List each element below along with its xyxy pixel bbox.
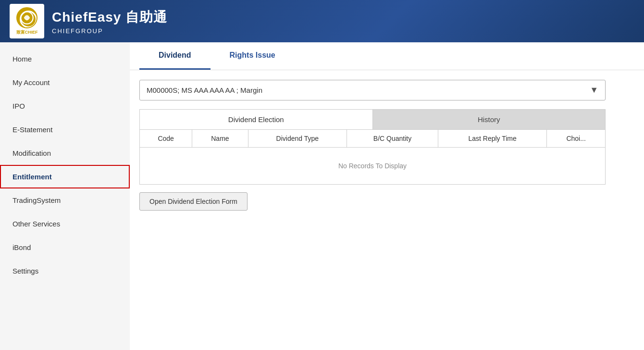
open-dividend-election-form-button[interactable]: Open Dividend Election Form	[139, 192, 248, 211]
app-name: ChiefEasy 自助通	[52, 8, 167, 26]
top-tabs: DividendRights Issue	[130, 42, 644, 70]
logo-box: 致富CHIEF	[10, 4, 44, 38]
main-layout: HomeMy AccountIPOE-StatementModification…	[0, 42, 644, 350]
col-header-code: Code	[140, 130, 192, 148]
no-records-cell: No Records To Display	[140, 148, 606, 185]
sidebar-item-trading-system[interactable]: TradingSystem	[0, 188, 130, 212]
no-records-row: No Records To Display	[140, 148, 606, 185]
col-header-choi---: Choi...	[547, 130, 606, 148]
table-header-row: CodeNameDividend TypeB/C QuantityLast Re…	[140, 130, 606, 148]
svg-point-1	[21, 12, 33, 24]
sidebar-item-my-account[interactable]: My Account	[0, 71, 130, 94]
content-area: DividendRights Issue M00000S; MS AAA AAA…	[130, 42, 644, 350]
sidebar-item-entitlement[interactable]: Entitlement	[0, 165, 130, 188]
inner-tabs: Dividend ElectionHistory	[139, 109, 606, 129]
col-header-dividend-type: Dividend Type	[248, 130, 347, 148]
dropdown-arrow-icon: ▼	[590, 85, 598, 95]
inner-tab-history[interactable]: History	[373, 110, 606, 129]
content-body: M00000S; MS AAA AAA AA ; Margin ▼ Divide…	[130, 70, 644, 350]
app-header: 致富CHIEF ChiefEasy 自助通 CHIEFGROUP	[0, 0, 644, 42]
sidebar-item-settings[interactable]: Settings	[0, 259, 130, 283]
top-tab-dividend[interactable]: Dividend	[139, 42, 211, 70]
dividend-table: CodeNameDividend TypeB/C QuantityLast Re…	[139, 129, 606, 185]
header-title-block: ChiefEasy 自助通 CHIEFGROUP	[52, 8, 167, 35]
logo-text: 致富CHIEF	[16, 29, 38, 36]
top-tab-rights-issue[interactable]: Rights Issue	[211, 42, 295, 70]
account-dropdown-value: M00000S; MS AAA AAA AA ; Margin	[147, 86, 262, 94]
svg-point-0	[18, 9, 36, 26]
company-name: CHIEFGROUP	[52, 27, 167, 35]
inner-tab-dividend-election[interactable]: Dividend Election	[140, 110, 373, 129]
sidebar-item-home[interactable]: Home	[0, 47, 130, 71]
sidebar-item-other-services[interactable]: Other Services	[0, 212, 130, 236]
col-header-b-c-quantity: B/C Quantity	[347, 130, 438, 148]
sidebar: HomeMy AccountIPOE-StatementModification…	[0, 42, 130, 350]
col-header-name: Name	[192, 130, 248, 148]
sidebar-item-ipo[interactable]: IPO	[0, 94, 130, 118]
account-dropdown[interactable]: M00000S; MS AAA AAA AA ; Margin ▼	[139, 80, 606, 100]
sidebar-item-e-statement[interactable]: E-Statement	[0, 118, 130, 141]
sidebar-item-modification[interactable]: Modification	[0, 141, 130, 165]
col-header-last-reply-time: Last Reply Time	[438, 130, 546, 148]
sidebar-item-ibond[interactable]: iBond	[0, 236, 130, 259]
logo-circle	[16, 7, 37, 28]
